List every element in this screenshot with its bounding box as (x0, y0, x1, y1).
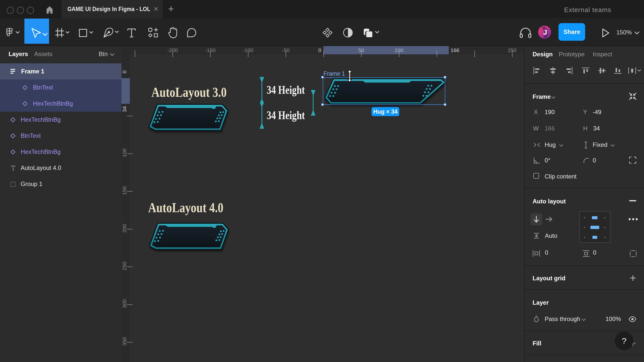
svg-text:J: J (543, 28, 547, 36)
